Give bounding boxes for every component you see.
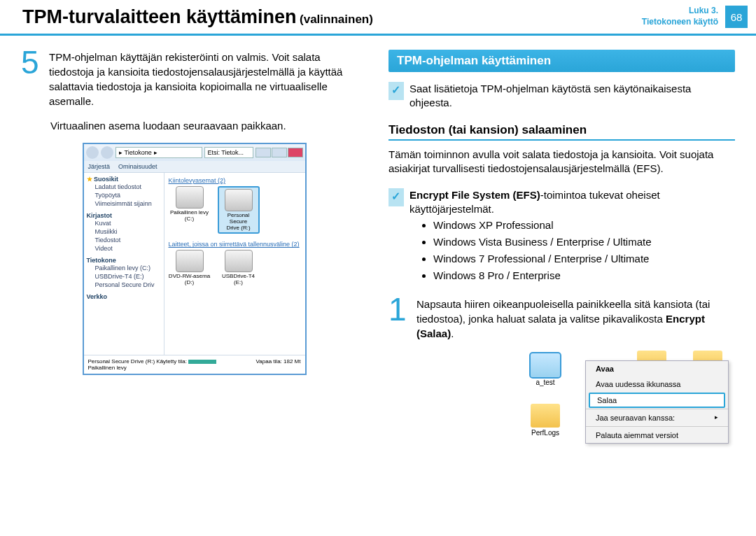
drive-label: Personal SecureDrive (R:) xyxy=(220,213,257,231)
note-efs: Encrypt File System (EFS)-toimintoa tuke… xyxy=(388,188,735,284)
drive-icon xyxy=(225,189,253,211)
sidebar-item[interactable]: Musiikki xyxy=(85,227,162,236)
sidebar-item[interactable]: Kuvat xyxy=(85,219,162,227)
ctx-share-with[interactable]: Jaa seuraavan kanssa: xyxy=(586,410,728,425)
status-free: Vapaa tila: 182 Mt xyxy=(256,358,301,371)
os-item: Windows 8 Pro / Enterprise xyxy=(433,267,735,284)
toolbar-organize[interactable]: Järjestä xyxy=(88,163,111,170)
sidebar-computer[interactable]: Tietokone xyxy=(85,257,162,264)
note-icon xyxy=(388,82,404,100)
os-item: Windows XP Professional xyxy=(433,217,735,234)
ctx-encrypt[interactable]: Salaa xyxy=(589,393,725,408)
toolbar-properties[interactable]: Ominaisuudet xyxy=(118,163,158,170)
sidebar-favorites[interactable]: ★ Suosikit xyxy=(85,176,162,183)
ctx-open-new-window[interactable]: Avaa uudessa ikkunassa xyxy=(586,376,728,392)
context-menu: Avaa Avaa uudessa ikkunassa Salaa Jaa se… xyxy=(585,360,729,444)
step-number-5: 5 xyxy=(21,50,42,108)
page-title: TPM-turvalaitteen käyttäminen xyxy=(22,6,297,27)
sub-heading-encrypt: Tiedoston (tai kansion) salaaminen xyxy=(388,123,735,141)
folder-label: a_test xyxy=(528,379,563,386)
step-5-text: TPM-ohjelman käyttäjän rekisteröinti on … xyxy=(49,50,368,108)
search-input[interactable]: Etsi: Tietok... xyxy=(204,147,253,158)
efs-bold-label: Encrypt File System (EFS) xyxy=(410,189,540,201)
nav-back-icon[interactable] xyxy=(86,146,99,159)
sidebar-item[interactable]: Videot xyxy=(85,244,162,253)
drive-dvd[interactable]: DVD-RW-asema (D:) xyxy=(169,250,211,286)
step-number-1: 1 xyxy=(388,297,410,341)
page-subtitle: (valinnainen) xyxy=(300,13,373,26)
step-1: 1 Napsauta hiiren oikeanpuoleisella pain… xyxy=(388,297,735,341)
usage-bar-icon xyxy=(188,360,216,364)
sidebar-libraries[interactable]: Kirjastot xyxy=(85,212,162,219)
ctx-restore-versions[interactable]: Palauta aiemmat versiot xyxy=(586,428,728,443)
right-column: TPM-ohjelman käyttäminen Saat lisätietoj… xyxy=(388,50,735,456)
os-list: Windows XP Professional Windows Vista Bu… xyxy=(410,217,735,284)
step-5: 5 TPM-ohjelman käyttäjän rekisteröinti o… xyxy=(21,50,368,108)
sidebar-network[interactable]: Verkko xyxy=(85,293,162,300)
separator xyxy=(586,426,728,427)
address-bar[interactable]: ▸Tietokone▸ xyxy=(115,147,202,158)
explorer-sidebar: ★ Suosikit Ladatut tiedostot Työpöytä Vi… xyxy=(84,173,164,355)
explorer-main: Kiintolevyasemat (2) Paikallinen levy (C… xyxy=(164,173,305,355)
sidebar-item[interactable]: Tiedostot xyxy=(85,236,162,244)
drive-icon xyxy=(176,186,204,209)
drive-label: Paikallinen levy (C:) xyxy=(169,210,211,223)
minimize-icon[interactable] xyxy=(255,148,271,157)
os-item: Windows Vista Business / Enterprise / Ul… xyxy=(433,234,735,251)
os-item: Windows 7 Professional / Enterprise / Ul… xyxy=(433,251,735,267)
page-header: TPM-turvalaitteen käyttäminen (valinnain… xyxy=(0,0,756,36)
folder-icon[interactable] xyxy=(531,404,560,428)
drive-category: Kiintolevyasemat (2) xyxy=(169,177,301,184)
explorer-toolbar: Järjestä Ominaisuudet xyxy=(84,161,305,173)
step-1-text: Napsauta hiiren oikeanpuoleisella painik… xyxy=(416,297,735,341)
ctx-open[interactable]: Avaa xyxy=(586,361,728,376)
sidebar-item[interactable]: Personal Secure Driv xyxy=(85,281,162,289)
sidebar-item[interactable]: USBDrive-T4 (E:) xyxy=(85,272,162,281)
chapter-line2: Tietokoneen käyttö xyxy=(642,17,718,28)
note-text: Saat lisätietoja TPM-ohjelman käytöstä s… xyxy=(410,82,735,111)
left-column: 5 TPM-ohjelman käyttäjän rekisteröinti o… xyxy=(21,50,368,456)
drive-label: USBDrive-T4 (E:) xyxy=(218,274,260,286)
note-info: Saat lisätietoja TPM-ohjelman käytöstä s… xyxy=(388,82,735,111)
drive-personal-secure[interactable]: Personal SecureDrive (R:) xyxy=(218,186,260,234)
note-icon xyxy=(388,188,404,206)
chapter-label: Luku 3. Tietokoneen käyttö xyxy=(642,6,718,27)
nav-fwd-icon[interactable] xyxy=(101,146,113,159)
section-heading: TPM-ohjelman käyttäminen xyxy=(388,50,735,72)
sidebar-item[interactable]: Viimeisimmät sijainn xyxy=(85,199,162,208)
explorer-screenshot: ▸Tietokone▸ Etsi: Tietok... Järjestä Omi… xyxy=(83,143,307,375)
drive-category: Laitteet, joissa on siirrettävä tallennu… xyxy=(169,241,301,248)
context-menu-screenshot: a_test PerfLogs Avaa Avaa uudessa ikkuna… xyxy=(525,351,735,456)
status-drive-type: Paikallinen levy xyxy=(88,365,127,371)
explorer-titlebar: ▸Tietokone▸ Etsi: Tietok... xyxy=(84,144,305,161)
encrypt-intro: Tämän toiminnon avulla voit salata tiedo… xyxy=(388,148,735,176)
usb-icon xyxy=(225,250,253,272)
address-text: Tietokone xyxy=(125,149,152,156)
separator xyxy=(586,409,728,409)
drive-usb[interactable]: USBDrive-T4 (E:) xyxy=(218,250,260,286)
efs-note-text: Encrypt File System (EFS)-toimintoa tuke… xyxy=(410,188,735,284)
maximize-icon[interactable] xyxy=(272,148,287,157)
folder-label: PerfLogs xyxy=(528,429,563,437)
sidebar-item[interactable]: Ladatut tiedostot xyxy=(85,183,162,191)
page-number: 68 xyxy=(725,6,748,28)
folder-selected-icon[interactable] xyxy=(531,353,560,377)
close-icon[interactable] xyxy=(288,148,303,157)
status-used: Personal Secure Drive (R:) Käytetty tila… xyxy=(88,358,187,365)
chapter-line1: Luku 3. xyxy=(642,6,718,17)
sidebar-item[interactable]: Paikallinen levy (C:) xyxy=(85,264,162,272)
drive-local-c[interactable]: Paikallinen levy (C:) xyxy=(169,186,211,234)
drive-label: DVD-RW-asema (D:) xyxy=(169,274,211,286)
sidebar-item[interactable]: Työpöytä xyxy=(85,191,162,199)
virtual-drive-text: Virtuaalinen asema luodaan seuraavaan pa… xyxy=(50,118,368,133)
explorer-statusbar: Personal Secure Drive (R:) Käytetty tila… xyxy=(84,355,305,374)
dvd-icon xyxy=(176,250,204,272)
